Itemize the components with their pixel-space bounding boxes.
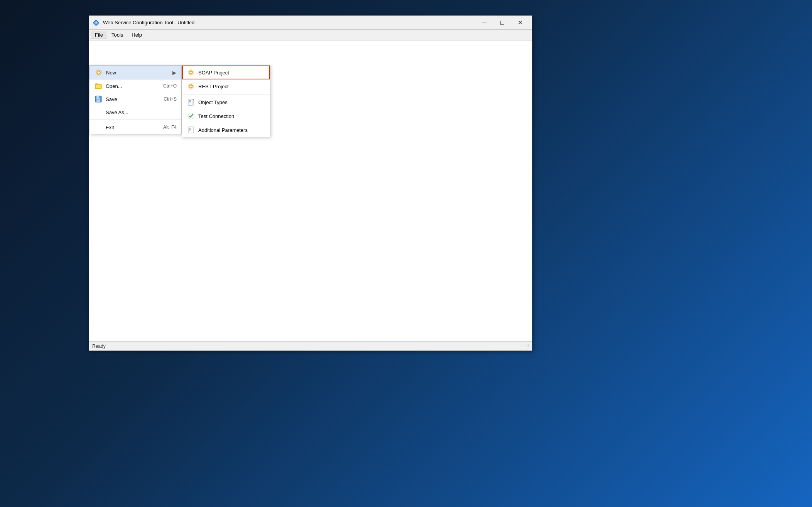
menu-bar: File Tools Help [89,30,532,40]
new-icon [95,68,103,77]
file-menu-open[interactable]: Open... Ctrl+O [89,79,181,93]
exit-icon [94,123,103,131]
minimize-button[interactable]: ─ [476,16,493,30]
save-shortcut: Ctrl+S [164,96,177,102]
test-connection[interactable]: Test Connection [182,109,270,123]
main-window: ✦ Web Service Configuration Tool - Untit… [89,15,532,351]
exit-label: Exit [106,125,114,130]
exit-shortcut: Alt+F4 [163,125,177,130]
status-bar: Ready ⠿ [89,341,532,350]
menu-separator-1 [89,120,181,120]
svg-rect-10 [96,99,100,102]
svg-rect-6 [95,84,98,85]
status-text: Ready [92,344,106,349]
svg-rect-7 [96,85,101,88]
save-as-label: Save As... [106,109,128,115]
save-label: Save [106,96,117,102]
menu-tools[interactable]: Tools [107,31,127,39]
close-button[interactable]: ✕ [511,16,529,30]
svg-rect-17 [188,99,192,105]
title-bar: ✦ Web Service Configuration Tool - Untit… [89,16,532,30]
file-dropdown-menu: New ▶ Open... Ctrl+O [89,65,182,134]
titlebar-buttons: ─ □ ✕ [476,16,529,30]
new-submenu: SOAP Project REST Project [182,65,270,137]
window-title: Web Service Configuration Tool - Untitle… [103,20,476,25]
test-connection-icon [187,112,195,120]
resize-handle-icon: ⠿ [526,344,529,348]
file-menu-new[interactable]: New ▶ [89,66,181,79]
file-menu-save[interactable]: Save Ctrl+S [89,93,181,106]
new-soap-project[interactable]: SOAP Project [182,66,270,79]
save-as-icon [94,108,103,116]
additional-parameters[interactable]: Additional Parameters [182,123,270,137]
menu-file[interactable]: File [91,31,107,39]
open-label: Open... [106,83,122,89]
additional-parameters-label: Additional Parameters [198,127,248,133]
svg-text:✦: ✦ [95,21,98,25]
rest-project-label: REST Project [198,84,229,89]
test-connection-label: Test Connection [198,113,234,119]
object-types-icon [187,98,195,106]
submenu-separator-1 [182,94,270,94]
soap-project-label: SOAP Project [198,70,229,76]
svg-rect-23 [188,127,194,133]
save-icon [94,95,103,103]
additional-params-icon [187,126,195,134]
app-icon: ✦ [92,19,100,27]
soap-project-icon [187,68,195,77]
new-arrow-icon: ▶ [172,70,176,76]
object-types-label: Object Types [198,99,228,105]
file-menu-exit[interactable]: Exit Alt+F4 [89,121,181,134]
file-menu-save-as[interactable]: Save As... [89,106,181,119]
object-types[interactable]: Object Types [182,95,270,109]
open-icon [94,82,103,90]
new-label: New [106,70,116,76]
rest-project-icon [187,82,195,91]
maximize-button[interactable]: □ [493,16,511,30]
svg-rect-11 [99,96,100,98]
new-rest-project[interactable]: REST Project [182,79,270,93]
menu-help[interactable]: Help [127,31,146,39]
open-shortcut: Ctrl+O [163,83,177,89]
main-content: New ▶ Open... Ctrl+O [89,40,532,341]
